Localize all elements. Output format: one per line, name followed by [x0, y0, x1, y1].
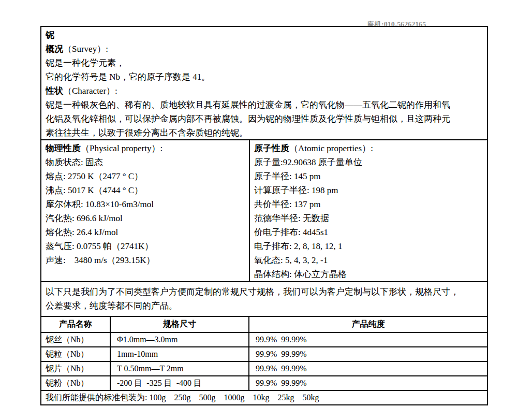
- table-row: 铌丝（Nb） Φ1.0mm—3.0mm 99.9% 99.99%: [41, 332, 487, 346]
- atomic-item: 共价半径: 137 pm: [254, 197, 484, 211]
- product-size-cell: Φ1.0mm—3.0mm: [111, 333, 249, 346]
- survey-line: 它的化学符号是 Nb，它的原子序数是 41。: [46, 70, 482, 84]
- physical-properties-panel: 物理性质（Physical property）: 物质状态: 固态 熔点: 27…: [41, 140, 250, 281]
- customization-note-line: 公差要求，纯度等都不同的产品。: [46, 299, 482, 313]
- table-row: 铌粉（Nb） -200 目 -325 目 -400 目 99.9% 99.99%: [41, 375, 487, 390]
- product-purity-cell: 99.9% 99.99%: [249, 347, 487, 361]
- product-info-sheet: 铌 概况（Survey）: 铌是一种化学元素， 它的化学符号是 Nb，它的原子序…: [40, 26, 488, 405]
- physical-item: 熔点: 2750 K（2477 ° C）: [46, 169, 246, 183]
- survey-heading-zh: 概况: [46, 44, 63, 54]
- character-heading-zh: 性状: [46, 86, 63, 96]
- physical-item: 蒸气压: 0.0755 帕（2741K）: [46, 239, 246, 253]
- physical-item: 物质状态: 固态: [46, 155, 246, 169]
- packaging-row: 我们所能提供的标准包装为: 100g 250g 500g 1000g 10kg …: [41, 390, 487, 404]
- atomic-item: 价电子排布: 4d45s1: [254, 225, 484, 239]
- physical-item: 汽化热: 696.6 kJ/mol: [46, 211, 246, 225]
- atomic-item: 计算原子半径: 198 pm: [254, 183, 484, 197]
- survey-heading: 概况（Survey）:: [46, 42, 482, 56]
- product-name-cell: 铌粒（Nb）: [41, 347, 111, 361]
- product-size-cell: 1mm-10mm: [111, 347, 249, 361]
- atomic-item: 晶体结构: 体心立方晶格: [254, 267, 484, 281]
- product-purity-cell: 99.9% 99.99%: [249, 376, 487, 390]
- survey-line: 铌是一种化学元素，: [46, 56, 482, 70]
- element-title: 铌: [46, 28, 482, 42]
- customization-note-line: 以下只是我们为了不同类型客户方便而定制的常规尺寸规格，我们可以为客户定制与以下形…: [46, 285, 482, 299]
- products-table-header-row: 产品名称 规格尺寸 产品纯度: [41, 316, 487, 332]
- atomic-item: 范德华半径: 无数据: [254, 211, 484, 225]
- properties-section: 物理性质（Physical property）: 物质状态: 固态 熔点: 27…: [41, 139, 487, 281]
- physical-item: 熔化热: 26.4 kJ/mol: [46, 225, 246, 239]
- table-row: 铌片（Nb） T 0.50mm—T 2mm 99.9% 99.99%: [41, 361, 487, 375]
- customization-note: 以下只是我们为了不同类型客户方便而定制的常规尺寸规格，我们可以为客户定制与以下形…: [41, 281, 487, 316]
- physical-properties-heading: 物理性质（Physical property）:: [46, 141, 246, 155]
- col-header-spec-size: 规格尺寸: [111, 317, 249, 332]
- physical-item: 沸点: 5017 K（4744 ° C）: [46, 183, 246, 197]
- physical-heading-zh: 物理性质: [46, 143, 81, 153]
- atomic-heading-zh: 原子性质: [254, 143, 289, 153]
- physical-heading-en: （Physical property）:: [81, 143, 162, 153]
- intro-section: 铌 概况（Survey）: 铌是一种化学元素， 它的化学符号是 Nb，它的原子序…: [41, 27, 487, 139]
- product-size-cell: -200 目 -325 目 -400 目: [111, 376, 249, 390]
- product-size-cell: T 0.50mm—T 2mm: [111, 362, 249, 375]
- character-line: 铌是一种银灰色的、稀有的、质地较软且具有延展性的过渡金属，它的氧化物——五氧化二…: [46, 98, 482, 112]
- survey-heading-en: （Survey）:: [63, 44, 108, 54]
- atomic-properties-heading: 原子性质（Atomic properties）:: [254, 141, 484, 155]
- product-name-cell: 铌丝（Nb）: [41, 333, 111, 346]
- product-purity-cell: 99.9% 99.99%: [249, 333, 487, 346]
- table-row: 铌粒（Nb） 1mm-10mm 99.9% 99.99%: [41, 346, 487, 361]
- product-purity-cell: 99.9% 99.99%: [249, 362, 487, 375]
- products-table: 产品名称 规格尺寸 产品纯度 铌丝（Nb） Φ1.0mm—3.0mm 99.9%…: [41, 316, 487, 390]
- character-heading: 性状（Character）:: [46, 84, 482, 98]
- atomic-item: 电子排布: 2, 8, 18, 12, 1: [254, 239, 484, 253]
- character-line: 化铝及氧化锌相似，可以保护金属内部不再被腐蚀。因为铌的物理性质及化学性质与钽相似…: [46, 112, 482, 126]
- product-name-cell: 铌粉（Nb）: [41, 376, 111, 390]
- atomic-item: 原子半径: 145 pm: [254, 169, 484, 183]
- atomic-properties-panel: 原子性质（Atomic properties）: 原子量:92.90638 原子…: [250, 140, 487, 281]
- atomic-item: 氧化态: 5, 4, 3, 2, -1: [254, 253, 484, 267]
- col-header-purity: 产品纯度: [249, 317, 487, 332]
- character-line: 素往往共生，以致于很难分离出不含杂质钽的纯铌。: [46, 126, 482, 139]
- physical-item: 摩尔体积: 10.83×10-6m3/mol: [46, 197, 246, 211]
- atomic-heading-en: （Atomic properties）:: [289, 143, 373, 153]
- physical-item: 声速: 3480 m/s（293.15K）: [46, 253, 246, 267]
- col-header-product-name: 产品名称: [41, 317, 111, 332]
- atomic-item: 原子量:92.90638 原子量单位: [254, 155, 484, 169]
- character-heading-en: （Character）:: [63, 86, 117, 96]
- product-name-cell: 铌片（Nb）: [41, 362, 111, 375]
